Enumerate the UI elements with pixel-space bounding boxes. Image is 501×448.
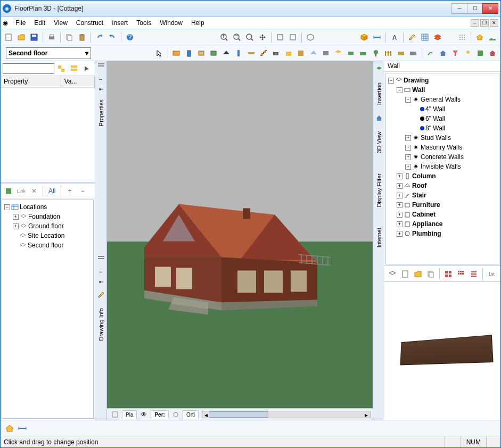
- roof-tool-button[interactable]: [220, 47, 232, 59]
- print-button[interactable]: [46, 31, 58, 43]
- grip-icon[interactable]: [95, 256, 106, 262]
- expand-icon[interactable]: +: [405, 164, 411, 170]
- scroll-left-button[interactable]: ◂: [202, 411, 210, 418]
- column-value[interactable]: Va...: [61, 76, 95, 87]
- help-button[interactable]: ?: [124, 31, 136, 43]
- tree-item-foundation[interactable]: + Foundation: [4, 212, 91, 221]
- bottom-house-button[interactable]: [4, 422, 15, 434]
- lighting-button[interactable]: [462, 47, 473, 59]
- beam-tool-button[interactable]: [245, 47, 257, 59]
- paste-button[interactable]: [76, 31, 88, 43]
- house-mode-button[interactable]: [474, 31, 486, 43]
- tree-concrete-walls[interactable]: + ✷ Concrete Walls: [388, 152, 497, 162]
- electrical-tool-button[interactable]: [333, 47, 344, 59]
- expand-icon[interactable]: −: [388, 78, 394, 84]
- expand-icon[interactable]: +: [405, 154, 411, 160]
- library-button[interactable]: [358, 31, 370, 43]
- house-icon[interactable]: [373, 112, 385, 124]
- properties-grid[interactable]: [1, 88, 95, 182]
- tree-stair[interactable]: + Stair: [388, 190, 497, 200]
- expand-icon[interactable]: +: [13, 214, 19, 220]
- loc-link-button[interactable]: Link: [15, 185, 27, 197]
- expand-icon[interactable]: +: [397, 173, 403, 179]
- expand-icon[interactable]: −: [397, 87, 403, 93]
- plumbing-tool-button[interactable]: [320, 47, 331, 59]
- deck-tool-button[interactable]: [395, 47, 406, 59]
- menu-window[interactable]: Window: [155, 18, 187, 28]
- scroll-right-button[interactable]: ▸: [363, 411, 370, 418]
- window-tool-button[interactable]: [195, 47, 207, 59]
- loc-collapse-button[interactable]: −: [77, 185, 88, 197]
- arrow-left-icon[interactable]: ↔: [98, 76, 104, 82]
- sidetab-drawing-info[interactable]: Drawing Info: [97, 305, 105, 344]
- tree-roof[interactable]: + Roof: [388, 181, 497, 190]
- mdi-icon[interactable]: ◉: [3, 19, 8, 27]
- tree-appliance[interactable]: + Appliance: [388, 219, 497, 229]
- view-icon[interactable]: [170, 409, 182, 420]
- expand-icon[interactable]: +: [397, 221, 403, 227]
- insert-icon[interactable]: [373, 63, 385, 75]
- expand-icon[interactable]: −: [4, 204, 10, 210]
- tree-general-walls[interactable]: − ✷ General Walls: [388, 95, 497, 104]
- menu-construct[interactable]: Construct: [72, 18, 108, 28]
- loc-delete-button[interactable]: ✕: [28, 185, 40, 197]
- menu-view[interactable]: View: [50, 18, 72, 28]
- expand-icon[interactable]: −: [405, 97, 411, 103]
- door-tool-button[interactable]: [183, 47, 194, 59]
- layers-button[interactable]: [432, 31, 443, 43]
- loc-add-button[interactable]: [3, 185, 14, 197]
- horizontal-scrollbar[interactable]: ◂ ▸: [202, 411, 371, 418]
- floor-selector[interactable]: Second floor ▾: [6, 47, 91, 59]
- expand-icon[interactable]: +: [13, 223, 19, 229]
- menu-insert[interactable]: Insert: [108, 18, 132, 28]
- filter-button[interactable]: [449, 47, 461, 59]
- menu-file[interactable]: File: [11, 18, 30, 28]
- text-button[interactable]: A: [389, 31, 400, 43]
- camera-tool-button[interactable]: [270, 47, 282, 59]
- eye-icon[interactable]: 👁: [138, 409, 150, 420]
- undo-button[interactable]: [94, 31, 105, 43]
- furniture-tool-button[interactable]: [283, 47, 294, 59]
- select-tool-button[interactable]: [153, 47, 165, 59]
- tree-wall-8[interactable]: 8" Wall: [388, 123, 497, 133]
- bottom-measure-button[interactable]: [17, 422, 28, 434]
- appliance-tool-button[interactable]: [308, 47, 319, 59]
- tree-plumbing[interactable]: + Plumbing: [388, 229, 497, 238]
- save-file-button[interactable]: [28, 31, 40, 43]
- tree-cabinet[interactable]: + Cabinet: [388, 210, 497, 219]
- sidetab-properties[interactable]: Properties: [97, 96, 105, 129]
- loc-filter-all[interactable]: All: [46, 185, 58, 197]
- prop-categorize-button[interactable]: [68, 63, 80, 74]
- preview-open-button[interactable]: [412, 268, 424, 280]
- expand-icon[interactable]: +: [397, 202, 403, 208]
- view-3d-button[interactable]: [305, 31, 316, 43]
- column-tool-button[interactable]: [233, 47, 244, 59]
- wall-tool-button[interactable]: [171, 47, 182, 59]
- view-front-button[interactable]: [287, 31, 299, 43]
- view-icon[interactable]: [109, 409, 121, 420]
- menu-edit[interactable]: Edit: [30, 18, 50, 28]
- stair-tool-button[interactable]: [258, 47, 269, 59]
- export-button[interactable]: [487, 47, 498, 59]
- tree-furniture[interactable]: + Furniture: [388, 200, 497, 210]
- catalog-tree[interactable]: − Drawing − Wall − ✷ General Walls 4" Wa…: [385, 73, 499, 264]
- grip-icon[interactable]: [95, 63, 106, 70]
- preview-new-button[interactable]: [399, 268, 411, 280]
- tree-item-site-location[interactable]: Site Location: [4, 231, 91, 240]
- 3d-view[interactable]: [107, 61, 373, 408]
- tree-item-ground-floor[interactable]: + Ground floor: [4, 221, 91, 231]
- plant-tool-button[interactable]: [370, 47, 381, 59]
- opening-tool-button[interactable]: [208, 47, 219, 59]
- render-button[interactable]: [474, 47, 486, 59]
- tree-item-second-floor[interactable]: Second floor: [4, 240, 91, 250]
- preview-list-button[interactable]: [468, 268, 480, 280]
- scrollbar-thumb[interactable]: [210, 411, 268, 418]
- sidetab-display-filter[interactable]: Display Filter: [375, 170, 383, 211]
- landscape-button[interactable]: [487, 31, 498, 43]
- pencil-icon[interactable]: [95, 289, 107, 301]
- maximize-button[interactable]: ☐: [467, 3, 483, 14]
- mdi-restore-button[interactable]: ❐: [480, 19, 489, 27]
- fence-tool-button[interactable]: [382, 47, 393, 59]
- tree-root-locations[interactable]: − Locations: [4, 202, 91, 212]
- paint-tool-button[interactable]: [425, 47, 436, 59]
